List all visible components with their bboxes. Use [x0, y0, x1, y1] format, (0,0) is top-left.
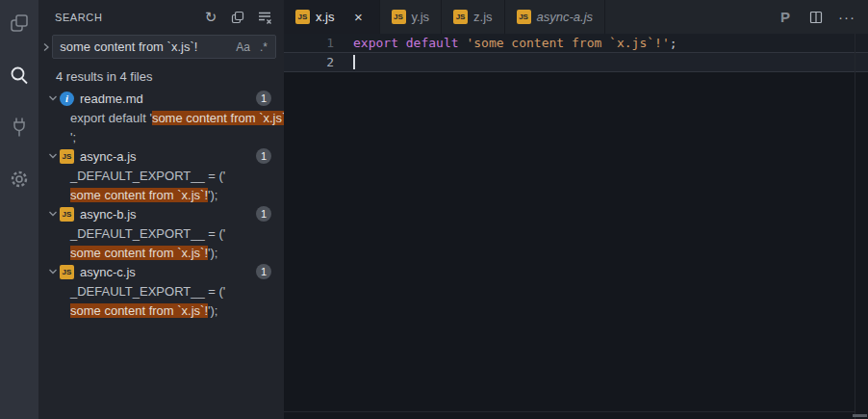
editor-group: JS x.js × JS y.js JS z.js JS async-a.js … [284, 0, 868, 419]
match-count-badge: 1 [256, 264, 271, 279]
plug-icon [8, 116, 31, 139]
search-result-file-async-b[interactable]: JS async-b.js 1 [38, 204, 284, 223]
prettier-icon[interactable]: P [774, 6, 797, 29]
file-name: async-b.js [80, 207, 137, 222]
search-result-file-async-c[interactable]: JS async-c.js 1 [38, 262, 284, 281]
search-icon [8, 64, 31, 87]
tab-async-a-js[interactable]: JS async-a.js [505, 0, 606, 34]
tab-y-js[interactable]: JS y.js [380, 0, 443, 34]
search-result-file-readme[interactable]: i readme.md 1 [38, 89, 284, 108]
clear-results-icon[interactable] [253, 7, 276, 28]
js-file-icon: JS [517, 10, 531, 24]
code-text: export default 'some content from `x.js`… [334, 36, 677, 50]
tab-label: z.js [473, 10, 493, 24]
js-file-icon: JS [60, 207, 74, 222]
markdown-info-icon: i [60, 92, 74, 106]
activity-settings[interactable] [0, 158, 38, 200]
search-match-line[interactable]: some content from `x.js`!'); [38, 243, 284, 262]
search-result-file-async-a[interactable]: JS async-a.js 1 [38, 146, 284, 166]
match-highlight: some content from `x.js`! [70, 188, 208, 202]
open-in-editor-icon[interactable] [226, 7, 249, 28]
panel-title: SEARCH [55, 12, 102, 23]
tab-z-js[interactable]: JS z.js [442, 0, 505, 34]
search-input-box: Aa .* [52, 35, 276, 59]
text-cursor [353, 55, 355, 69]
match-count-badge: 1 [256, 206, 271, 222]
tab-label: x.js [316, 10, 335, 24]
activity-explorer[interactable] [0, 2, 38, 44]
file-name: async-c.js [80, 265, 136, 279]
js-file-icon: JS [295, 10, 310, 24]
regex-icon[interactable]: .* [257, 39, 270, 55]
match-post: '); [208, 303, 217, 318]
search-sidebar: SEARCH ↻ [38, 0, 284, 419]
tab-x-js[interactable]: JS x.js × [284, 0, 380, 34]
more-actions-icon[interactable]: ··· [835, 6, 858, 29]
match-count-badge: 1 [256, 148, 271, 164]
line-number-active: 2 [284, 55, 334, 69]
match-pre: '; [70, 130, 76, 144]
match-pre: _DEFAULT_EXPORT__ = (' [70, 226, 225, 241]
refresh-icon[interactable]: ↻ [199, 7, 222, 28]
toggle-replace-chevron-icon[interactable] [40, 42, 52, 52]
chevron-down-icon[interactable] [45, 267, 60, 276]
search-match-line[interactable]: some content from `x.js`!'); [38, 301, 284, 320]
activity-extensions[interactable] [0, 106, 38, 148]
gear-icon [8, 168, 31, 191]
tab-bar: JS x.js × JS y.js JS z.js JS async-a.js … [284, 0, 868, 34]
search-match-line[interactable]: '; [38, 127, 284, 146]
search-results-tree: i readme.md 1 export default 'some conte… [38, 89, 284, 419]
js-file-icon: JS [392, 10, 406, 24]
file-name: readme.md [80, 92, 143, 106]
activity-bar [0, 0, 38, 419]
match-case-icon[interactable]: Aa [233, 39, 253, 55]
string-token: 'some content from `x.js`!' [466, 36, 669, 50]
search-match-line[interactable]: _DEFAULT_EXPORT__ = (' [38, 281, 284, 301]
horizontal-scrollbar-line [284, 411, 855, 412]
activity-search[interactable] [0, 54, 38, 96]
file-name: async-a.js [80, 149, 137, 164]
keyword-token: export default [353, 36, 466, 50]
split-editor-icon[interactable] [804, 6, 828, 29]
scrollbar-thumb[interactable] [853, 414, 867, 417]
chevron-down-icon[interactable] [45, 93, 60, 103]
vscode-window: SEARCH ↻ [0, 0, 868, 419]
match-post: '); [208, 188, 217, 202]
panel-actions: ↻ [199, 7, 276, 28]
tab-label: async-a.js [537, 10, 594, 24]
match-highlight: some content from `x.js`! [152, 111, 284, 125]
search-match-line[interactable]: some content from `x.js`!'); [38, 185, 284, 204]
results-summary: 4 results in 4 files [38, 59, 284, 89]
js-file-icon: JS [453, 10, 468, 24]
match-highlight: some content from `x.js`! [70, 246, 208, 260]
chevron-down-icon[interactable] [45, 209, 60, 219]
search-match-line[interactable]: export default 'some content from `x.js`… [38, 108, 284, 127]
scrollbar-gutter-line [855, 34, 855, 419]
match-pre: _DEFAULT_EXPORT__ = (' [70, 169, 225, 183]
match-pre: export default ' [70, 111, 152, 125]
close-icon[interactable]: × [350, 9, 368, 26]
editor-actions: P ··· [774, 0, 868, 34]
match-post: '); [208, 246, 217, 260]
files-icon [8, 12, 31, 35]
code-line-1: 1 export default 'some content from `x.j… [284, 34, 868, 52]
search-input-row: Aa .* [38, 31, 284, 59]
match-highlight: some content from `x.js`! [70, 303, 208, 318]
search-match-line[interactable]: _DEFAULT_EXPORT__ = (' [38, 223, 284, 243]
search-panel-header: SEARCH ↻ [38, 0, 284, 31]
tab-label: y.js [412, 10, 430, 24]
js-file-icon: JS [60, 265, 74, 279]
chevron-down-icon[interactable] [45, 151, 60, 161]
code-editor[interactable]: 1 export default 'some content from `x.j… [284, 34, 868, 419]
match-count-badge: 1 [256, 91, 271, 106]
search-input[interactable] [60, 39, 229, 54]
js-file-icon: JS [60, 149, 74, 164]
punctuation-token: ; [670, 36, 677, 50]
search-match-line[interactable]: _DEFAULT_EXPORT__ = (' [38, 166, 284, 185]
match-pre: _DEFAULT_EXPORT__ = (' [70, 284, 225, 299]
line-number: 1 [284, 36, 334, 50]
code-line-2-current: 2 [284, 52, 868, 72]
